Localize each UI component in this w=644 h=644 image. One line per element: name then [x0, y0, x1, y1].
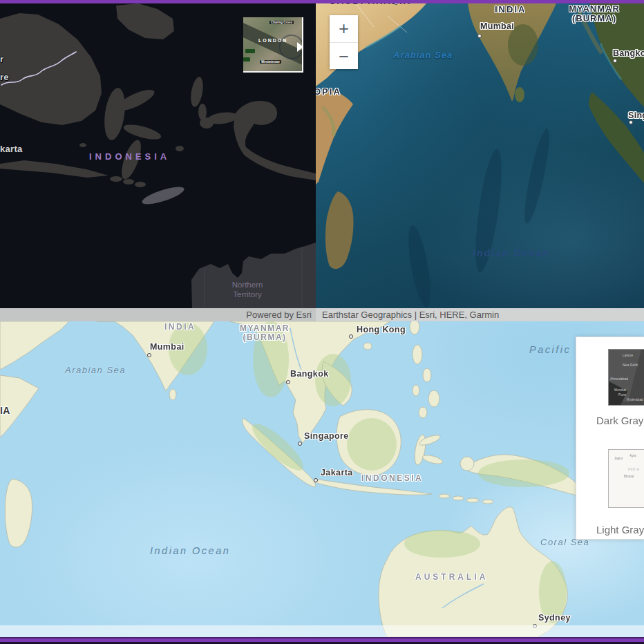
- thumb-london-title: LONDON: [258, 38, 287, 43]
- powered-by-esri: Powered by Esri: [0, 308, 316, 321]
- light-map-shapes: [0, 321, 644, 637]
- thumb-london-label-top: Charing Cross: [269, 21, 294, 24]
- thumb-label: Jaipur: [614, 457, 623, 460]
- bangkok-marker: [613, 59, 617, 63]
- zoom-out-button[interactable]: −: [330, 42, 358, 69]
- thumb-london-label-bottom: Westminster: [260, 60, 281, 64]
- thumb-label: Lahore: [623, 354, 633, 357]
- thumb-label: Hyderabad: [627, 398, 643, 401]
- zoom-in-button[interactable]: +: [330, 15, 358, 42]
- bottom-browser-bar: [0, 637, 644, 644]
- thumb-label: Bhopal: [624, 475, 634, 478]
- thumb-label: Ahmedabad: [610, 377, 628, 381]
- thumb-station-label: [243, 57, 250, 61]
- attribution-bar: Powered by Esri Earthstar Geographics | …: [0, 308, 644, 321]
- topographic-map[interactable]: INDIA MYANMAR (BURMA) INDONESIA AUSTRALI…: [0, 321, 644, 637]
- mumbai-marker: [477, 34, 482, 38]
- thumb-label: New Delhi: [623, 363, 638, 367]
- thumb-label: Mumbai: [614, 388, 626, 392]
- hong-kong-marker: [349, 334, 353, 339]
- thumb-station-label: [245, 49, 255, 53]
- jakarta-marker: [314, 478, 318, 482]
- singapore-marker: [298, 442, 302, 446]
- singapore-marker: [629, 120, 633, 124]
- zoom-control: + −: [330, 15, 358, 69]
- thumb-label: INDIA: [628, 468, 640, 471]
- basemap-item-light-gray[interactable]: Jaipur Agra INDIA Bhopal: [608, 449, 644, 508]
- basemap-label-light-gray: Light Gray Canvas: [596, 524, 644, 536]
- dark-gray-map[interactable]: r re karta INDONESIA Northern Territory …: [0, 3, 316, 308]
- basemap-item-dark-gray[interactable]: Lahore New Delhi Ahmedabad Mumbai Pune H…: [608, 349, 644, 406]
- satellite-map-shapes: [316, 3, 644, 308]
- app-window: r re karta INDONESIA Northern Territory …: [0, 0, 644, 644]
- thumb-label: Agra: [629, 454, 636, 457]
- thumb-label: Pune: [618, 393, 626, 397]
- mumbai-marker: [147, 353, 151, 357]
- bangkok-marker: [286, 380, 290, 384]
- thumb-next-arrow-icon: [297, 42, 303, 52]
- satellite-map[interactable]: SAUDI ARABIA INDIA MYANMAR (BURMA) OPIA …: [316, 3, 644, 308]
- attribution-sources: Earthstar Geographics | Esri, HERE, Garm…: [316, 308, 644, 321]
- top-browser-bar: [0, 0, 644, 3]
- basemap-label-dark-gray: Dark Gray Canvas: [596, 415, 644, 426]
- basemap-gallery-panel: Lahore New Delhi Ahmedabad Mumbai Pune H…: [576, 337, 644, 540]
- bottom-attribution-bar: [0, 625, 644, 637]
- imagery-basemap-thumbnail[interactable]: Charing Cross LONDON Westminster: [243, 17, 303, 73]
